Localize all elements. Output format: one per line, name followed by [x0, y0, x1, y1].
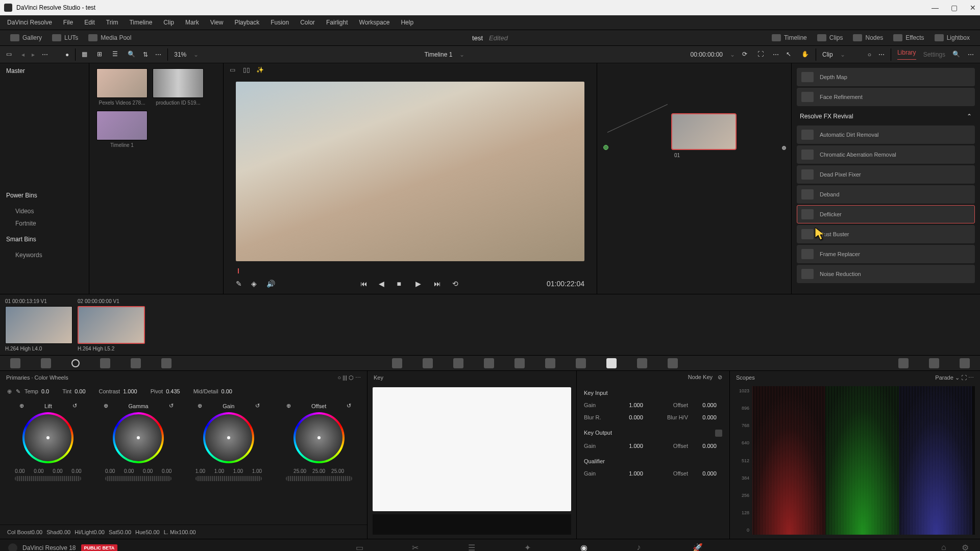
- fx-item[interactable]: Dead Pixel Fixer: [797, 165, 975, 184]
- warper-icon[interactable]: [423, 358, 433, 368]
- reset-icon[interactable]: ↺: [255, 403, 260, 409]
- motion-icon[interactable]: [161, 358, 172, 368]
- deliver-page-icon[interactable]: 🚀: [693, 543, 703, 552]
- highlight-icon[interactable]: ▭: [230, 66, 238, 74]
- edit-page-icon[interactable]: ☰: [468, 543, 478, 552]
- scrubber[interactable]: [236, 265, 584, 273]
- fusion-page-icon[interactable]: ✦: [524, 543, 534, 552]
- fx-item[interactable]: Dust Buster: [797, 225, 975, 243]
- loop-button[interactable]: ⟲: [452, 280, 460, 288]
- chain-icon[interactable]: ⊘: [718, 374, 722, 381]
- fx-item[interactable]: Deflicker: [797, 205, 975, 223]
- nodes-button[interactable]: Nodes: [848, 32, 888, 43]
- yrgb-value[interactable]: 25.00: [330, 468, 346, 474]
- scopes-icon[interactable]: [929, 358, 939, 368]
- unmix-icon[interactable]: ◈: [251, 280, 259, 288]
- prev-frame-button[interactable]: ◀: [379, 280, 387, 288]
- sort-icon[interactable]: ⇅: [143, 51, 148, 58]
- adj-value[interactable]: 0.435: [166, 388, 180, 394]
- yrgb-value[interactable]: 1.00: [230, 468, 246, 474]
- bin-icon[interactable]: ▭: [6, 51, 14, 59]
- cut-page-icon[interactable]: ✂: [412, 543, 422, 552]
- bin-item[interactable]: Videos: [0, 205, 89, 217]
- settings-icon[interactable]: ⚙: [962, 543, 972, 552]
- pick-icon[interactable]: ⊕: [198, 403, 202, 409]
- fx-item[interactable]: Frame Replacer: [797, 245, 975, 263]
- maximize-button[interactable]: ▢: [951, 4, 958, 12]
- menu-item[interactable]: Timeline: [129, 19, 152, 26]
- color-wheel[interactable]: [203, 412, 254, 463]
- fx-item[interactable]: Depth Map: [797, 68, 975, 86]
- clip-dropdown[interactable]: Clip: [822, 51, 833, 58]
- keyframe-icon[interactable]: [898, 358, 909, 368]
- fx-item[interactable]: Noise Reduction: [797, 265, 975, 283]
- fairlight-page-icon[interactable]: ♪: [636, 543, 647, 552]
- timeline-clip[interactable]: 02 00:00:00:00 V1H.264 High L5.2: [78, 298, 145, 351]
- yrgb-value[interactable]: 1.00: [192, 468, 208, 474]
- menu-item[interactable]: Mark: [185, 19, 199, 26]
- color-page-icon[interactable]: ◉: [580, 543, 591, 552]
- pick-icon[interactable]: ⊕: [286, 403, 291, 409]
- zoom-level[interactable]: 31%: [174, 51, 186, 58]
- options-icon[interactable]: ⋯: [42, 51, 48, 58]
- yrgb-value[interactable]: 0.00: [102, 468, 118, 474]
- adj-value[interactable]: 0.00: [32, 529, 42, 535]
- menu-item[interactable]: Workspace: [359, 19, 390, 26]
- adj-value[interactable]: 0.00: [60, 529, 70, 535]
- yrgb-value[interactable]: 0.00: [121, 468, 137, 474]
- menu-item[interactable]: Fairlight: [326, 19, 348, 26]
- reset-icon[interactable]: ↺: [347, 403, 351, 409]
- blur-r-value[interactable]: 0.000: [623, 414, 649, 420]
- fx-category[interactable]: Resolve FX Revival⌃: [797, 108, 975, 124]
- wheel-mode-icon[interactable]: ○: [338, 374, 341, 381]
- clips-button[interactable]: Clips: [812, 32, 848, 43]
- split-icon[interactable]: ▯▯: [243, 66, 251, 74]
- fx-item[interactable]: Automatic Dirt Removal: [797, 126, 975, 144]
- curves-icon[interactable]: [392, 358, 402, 368]
- picker-icon[interactable]: ✎: [16, 388, 20, 395]
- expand-icon[interactable]: ⛶: [961, 374, 967, 381]
- search-icon[interactable]: 🔍: [952, 51, 961, 59]
- adj-value[interactable]: 1.000: [123, 388, 137, 394]
- pick-icon[interactable]: ⊕: [104, 403, 108, 409]
- color-match-icon[interactable]: [41, 358, 51, 368]
- bin-item[interactable]: Keywords: [0, 249, 89, 261]
- yrgb-value[interactable]: 0.00: [50, 468, 66, 474]
- key-icon[interactable]: [606, 358, 617, 368]
- fx-item[interactable]: Chromatic Aberration Removal: [797, 145, 975, 164]
- sync-icon[interactable]: ⟳: [742, 51, 750, 59]
- corrector-node[interactable]: 01: [671, 113, 737, 150]
- adj-value[interactable]: 100.00: [179, 529, 196, 535]
- adj-value[interactable]: 0.0: [41, 388, 49, 394]
- output-node[interactable]: [782, 146, 786, 150]
- offset-value[interactable]: 0.000: [697, 443, 722, 449]
- first-frame-button[interactable]: ⏮: [360, 280, 369, 288]
- blur-hv-value[interactable]: 0.000: [697, 414, 722, 420]
- input-node[interactable]: [603, 145, 608, 150]
- menu-item[interactable]: Clip: [163, 19, 174, 26]
- window-icon[interactable]: [484, 358, 494, 368]
- options-icon[interactable]: ⋯: [878, 51, 885, 58]
- adj-value[interactable]: 50.00: [117, 529, 131, 535]
- media-thumb[interactable]: Pexels Videos 278...: [96, 68, 148, 106]
- wand-icon[interactable]: ✨: [256, 66, 264, 74]
- key-preview[interactable]: [373, 387, 571, 511]
- node-graph[interactable]: 01: [597, 63, 791, 294]
- adj-value[interactable]: 0.00: [94, 529, 105, 535]
- auto-balance-icon[interactable]: ⊕: [7, 388, 12, 395]
- sizing-icon[interactable]: [637, 358, 647, 368]
- menu-item[interactable]: Help: [401, 19, 413, 26]
- hand-icon[interactable]: ✋: [801, 51, 810, 59]
- menu-item[interactable]: Fusion: [271, 19, 289, 26]
- magic-mask-icon[interactable]: [545, 358, 555, 368]
- menu-item[interactable]: File: [63, 19, 73, 26]
- tracking-icon[interactable]: [514, 358, 525, 368]
- yrgb-value[interactable]: 0.00: [12, 468, 28, 474]
- hdr-icon[interactable]: [100, 358, 110, 368]
- menu-item[interactable]: Edit: [84, 19, 95, 26]
- pointer-icon[interactable]: ↖: [786, 51, 794, 59]
- mute-icon[interactable]: 🔊: [266, 280, 275, 288]
- adj-value[interactable]: 0.00: [75, 388, 85, 394]
- camera-raw-icon[interactable]: [10, 358, 20, 368]
- minimize-button[interactable]: —: [932, 4, 939, 12]
